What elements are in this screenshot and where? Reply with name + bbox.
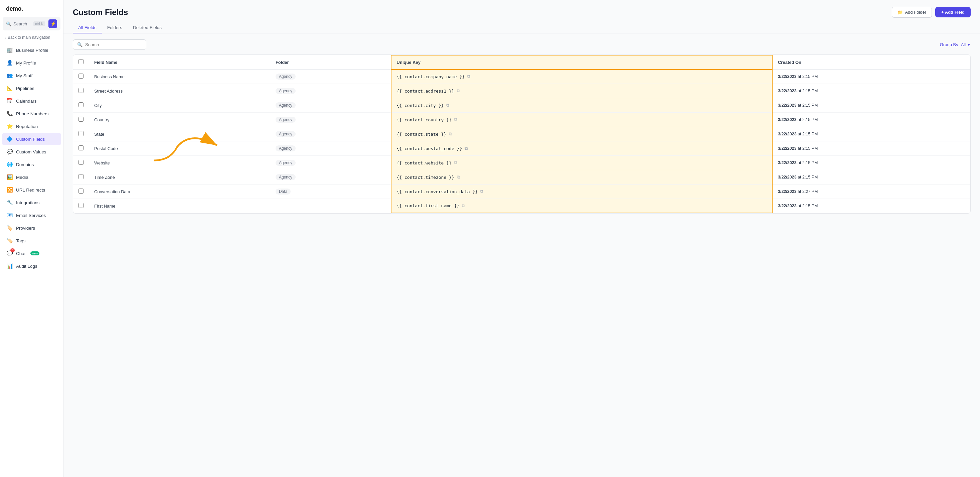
sidebar-item-label: Integrations	[16, 200, 40, 205]
row-checkbox[interactable]	[78, 160, 83, 165]
created-on-cell: 3/22/2023 at 2:15 PM	[772, 84, 970, 98]
unique-key-cell: {{ contact.website }} ⧉	[391, 156, 772, 170]
row-checkbox[interactable]	[78, 145, 83, 150]
row-check-cell[interactable]	[73, 185, 89, 199]
copy-icon[interactable]: ⧉	[457, 88, 460, 94]
table-row: First Name {{ contact.first_name }} ⧉ 3/…	[73, 199, 970, 213]
field-name-cell: Postal Code	[89, 141, 270, 156]
sidebar-item-reputation[interactable]: ⭐ Reputation	[2, 120, 61, 132]
folder-cell: Agency	[270, 113, 391, 127]
row-checkbox[interactable]	[78, 203, 83, 208]
folder-cell: Agency	[270, 156, 391, 170]
created-on-cell: 3/22/2023 at 2:15 PM	[772, 113, 970, 127]
tab-deleted-fields[interactable]: Deleted Fields	[127, 22, 167, 34]
sidebar-nav: 🏢 Business Profile 👤 My Profile 👥 My Sta…	[0, 43, 63, 274]
copy-icon[interactable]: ⧉	[457, 174, 460, 180]
star-icon: ⭐	[7, 123, 13, 129]
folder-badge: Agency	[275, 174, 296, 180]
back-to-main-nav[interactable]: ‹ Back to main navigation	[0, 32, 63, 43]
unique-key-value: {{ contact.city }} ⧉	[397, 103, 767, 108]
copy-icon[interactable]: ⧉	[454, 117, 457, 122]
sidebar-item-label: Tags	[16, 238, 26, 243]
row-checkbox[interactable]	[78, 174, 83, 179]
unique-key-cell: {{ contact.conversation_data }} ⧉	[391, 185, 772, 199]
row-checkbox[interactable]	[78, 102, 83, 107]
row-check-cell[interactable]	[73, 170, 89, 185]
sidebar-item-business-profile[interactable]: 🏢 Business Profile	[2, 44, 61, 56]
sidebar-item-pipelines[interactable]: 📐 Pipelines	[2, 82, 61, 94]
row-checkbox[interactable]	[78, 88, 83, 93]
copy-icon[interactable]: ⧉	[467, 74, 470, 79]
sidebar-item-domains[interactable]: 🌐 Domains	[2, 158, 61, 171]
group-by-control[interactable]: Group By All ▼	[940, 42, 970, 47]
sidebar-item-url-redirects[interactable]: 🔀 URL Redirects	[2, 184, 61, 196]
copy-icon[interactable]: ⧉	[449, 131, 452, 137]
sidebar-item-custom-fields[interactable]: 🔷 Custom Fields	[2, 133, 61, 145]
add-field-label: + Add Field	[941, 10, 965, 15]
row-check-cell[interactable]	[73, 84, 89, 98]
field-name-cell: Website	[89, 156, 270, 170]
sidebar-item-my-profile[interactable]: 👤 My Profile	[2, 57, 61, 69]
toolbar-row: 🔍 Group By All ▼	[73, 40, 970, 50]
created-on-cell: 3/22/2023 at 2:15 PM	[772, 141, 970, 156]
row-check-cell[interactable]	[73, 98, 89, 113]
folder-badge: Agency	[275, 131, 296, 137]
back-label: Back to main navigation	[8, 35, 50, 40]
custom-fields-icon: 🔷	[7, 136, 13, 142]
created-on-cell: 3/22/2023 at 2:15 PM	[772, 199, 970, 213]
chevron-down-icon: ▼	[967, 43, 970, 47]
chat-icon: 💬 4	[7, 250, 13, 256]
sidebar-search[interactable]: 🔍 Search ctrl K ⚡	[3, 17, 60, 30]
row-checkbox[interactable]	[78, 131, 83, 136]
unique-key-cell: {{ contact.postal_code }} ⧉	[391, 141, 772, 156]
sidebar-item-custom-values[interactable]: 💬 Custom Values	[2, 146, 61, 158]
sidebar-item-tags[interactable]: 🏷️ Tags	[2, 235, 61, 247]
sidebar-item-phone-numbers[interactable]: 📞 Phone Numbers	[2, 108, 61, 120]
page-title: Custom Fields	[73, 8, 128, 17]
row-checkbox[interactable]	[78, 188, 83, 193]
search-input[interactable]	[85, 42, 142, 47]
row-check-cell[interactable]	[73, 156, 89, 170]
copy-icon[interactable]: ⧉	[480, 189, 483, 194]
sidebar-item-calendars[interactable]: 📅 Calendars	[2, 95, 61, 107]
row-checkbox[interactable]	[78, 73, 83, 78]
row-check-cell[interactable]	[73, 199, 89, 213]
email-icon: 📧	[7, 212, 13, 218]
copy-icon[interactable]: ⧉	[462, 203, 465, 209]
tabs-bar: All Fields Folders Deleted Fields	[64, 18, 980, 34]
sidebar-item-chat[interactable]: 💬 4 Chat new	[2, 247, 61, 259]
row-check-cell[interactable]	[73, 113, 89, 127]
add-field-button[interactable]: + Add Field	[935, 7, 970, 18]
unique-key-cell: {{ contact.company_name }} ⧉	[391, 70, 772, 84]
search-box[interactable]: 🔍	[73, 40, 146, 50]
copy-icon[interactable]: ⧉	[454, 160, 457, 166]
user-icon: 👤	[7, 60, 13, 66]
sidebar-item-audit-logs[interactable]: 📊 Audit Logs	[2, 260, 61, 272]
tab-folders[interactable]: Folders	[102, 22, 127, 34]
row-check-cell[interactable]	[73, 127, 89, 141]
th-check	[73, 55, 89, 70]
row-check-cell[interactable]	[73, 70, 89, 84]
table-header-row: Field Name Folder Unique Key Created On	[73, 55, 970, 70]
sidebar-item-media[interactable]: 🖼️ Media	[2, 171, 61, 183]
created-on-cell: 3/22/2023 at 2:15 PM	[772, 70, 970, 84]
sidebar-item-providers[interactable]: 🏷️ Providers	[2, 222, 61, 234]
pipeline-icon: 📐	[7, 85, 13, 91]
copy-icon[interactable]: ⧉	[465, 146, 468, 151]
th-folder: Folder	[270, 55, 391, 70]
sidebar-item-label: Calendars	[16, 99, 37, 104]
sidebar-item-email-services[interactable]: 📧 Email Services	[2, 209, 61, 221]
chat-new-badge: new	[30, 251, 40, 255]
sidebar-item-integrations[interactable]: 🔧 Integrations	[2, 196, 61, 209]
search-kbd: ctrl K	[33, 21, 45, 26]
tab-all-fields[interactable]: All Fields	[73, 22, 102, 34]
add-folder-button[interactable]: 📁 Add Folder	[892, 7, 932, 18]
bolt-icon[interactable]: ⚡	[48, 19, 57, 28]
select-all-checkbox[interactable]	[78, 59, 83, 64]
sidebar-item-my-staff[interactable]: 👥 My Staff	[2, 70, 61, 81]
folder-cell: Agency	[270, 170, 391, 185]
row-checkbox[interactable]	[78, 116, 83, 122]
row-check-cell[interactable]	[73, 141, 89, 156]
copy-icon[interactable]: ⧉	[446, 103, 449, 108]
app-logo: demo.	[0, 0, 63, 16]
